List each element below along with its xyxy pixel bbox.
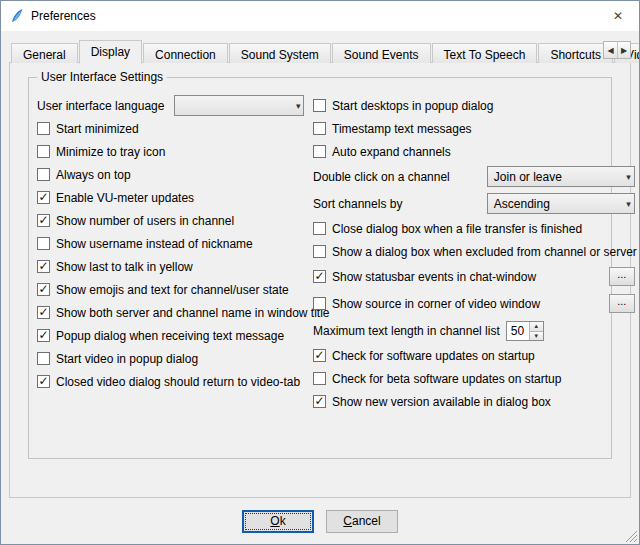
checkbox-label: Auto expand channels bbox=[332, 145, 451, 159]
timestamp-row: Timestamp text messages bbox=[313, 117, 637, 140]
checkbox-label: Show last to talk in yellow bbox=[56, 260, 193, 274]
beta-updates-row: Check for beta software updates on start… bbox=[313, 367, 637, 390]
max-text-length-row: Maximum text length in channel list 50 ▲… bbox=[313, 317, 637, 344]
tab-general[interactable]: General bbox=[11, 43, 78, 63]
vu-meter-row: ✓ Enable VU-meter updates bbox=[37, 186, 307, 209]
tab-scroll-left-icon[interactable]: ◀ bbox=[604, 42, 617, 58]
spin-up-icon[interactable]: ▲ bbox=[530, 322, 543, 331]
checkbox-label: Show number of users in channel bbox=[56, 214, 234, 228]
beta-updates-checkbox[interactable] bbox=[313, 372, 326, 385]
emoji-row: ✓ Show emojis and text for channel/user … bbox=[37, 278, 307, 301]
last-talk-row: ✓ Show last to talk in yellow bbox=[37, 255, 307, 278]
video-popup-checkbox[interactable] bbox=[37, 352, 50, 365]
left-column: User interface language ▾ Start minimize… bbox=[37, 94, 307, 413]
last-talk-checkbox[interactable]: ✓ bbox=[37, 260, 50, 273]
excluded-dialog-checkbox[interactable] bbox=[313, 245, 326, 258]
excluded-dialog-row: Show a dialog box when excluded from cha… bbox=[313, 240, 637, 263]
statusbar-events-more-button[interactable]: ... bbox=[609, 267, 635, 286]
desktops-popup-checkbox[interactable] bbox=[313, 99, 326, 112]
new-version-checkbox[interactable]: ✓ bbox=[313, 395, 326, 408]
window-title-checkbox[interactable]: ✓ bbox=[37, 306, 50, 319]
titlebar[interactable]: Preferences ✕ bbox=[1, 1, 639, 31]
checkbox-label: Start desktops in popup dialog bbox=[332, 99, 493, 113]
username-checkbox[interactable] bbox=[37, 237, 50, 250]
checkbox-label: Show statusbar events in chat-window bbox=[332, 270, 536, 284]
checkbox-label: Show source in corner of video window bbox=[332, 297, 540, 311]
tab-scroll-control[interactable]: ◀ ▶ bbox=[603, 41, 631, 59]
chevron-down-icon: ▾ bbox=[626, 199, 631, 209]
tab-connection[interactable]: Connection bbox=[143, 43, 228, 63]
sort-channels-label: Sort channels by bbox=[313, 197, 402, 211]
minimize-tray-checkbox[interactable] bbox=[37, 145, 50, 158]
start-minimized-row: Start minimized bbox=[37, 117, 307, 140]
sort-channels-value: Ascending bbox=[494, 197, 550, 211]
checkbox-label: Check for software updates on startup bbox=[332, 349, 535, 363]
button-row: Ok Cancel bbox=[9, 498, 631, 544]
updates-row: ✓ Check for software updates on startup bbox=[313, 344, 637, 367]
checkbox-label: Enable VU-meter updates bbox=[56, 191, 194, 205]
max-text-length-value: 50 bbox=[507, 322, 529, 340]
video-popup-row: Start video in popup dialog bbox=[37, 347, 307, 370]
updates-checkbox[interactable]: ✓ bbox=[313, 349, 326, 362]
checkbox-label: Show emojis and text for channel/user st… bbox=[56, 283, 289, 297]
tab-shortcuts[interactable]: Shortcuts bbox=[538, 43, 613, 63]
popup-text-row: ✓ Popup dialog when receiving text messa… bbox=[37, 324, 307, 347]
tab-scroll-right-icon[interactable]: ▶ bbox=[617, 42, 630, 58]
ui-settings-group: User Interface Settings User interface l… bbox=[28, 77, 612, 459]
preferences-dialog: Preferences ✕ General Display Connection… bbox=[0, 0, 640, 545]
checkbox-label: Popup dialog when receiving text message bbox=[56, 329, 284, 343]
tab-display[interactable]: Display bbox=[79, 40, 142, 64]
ok-button[interactable]: Ok bbox=[242, 510, 314, 533]
file-transfer-checkbox[interactable] bbox=[313, 222, 326, 235]
language-label: User interface language bbox=[37, 99, 164, 113]
video-source-more-button[interactable]: ... bbox=[609, 294, 635, 313]
cancel-button[interactable]: Cancel bbox=[326, 510, 398, 533]
checkbox-label: Start video in popup dialog bbox=[56, 352, 198, 366]
checkbox-label: Minimize to tray icon bbox=[56, 145, 165, 159]
language-row: User interface language ▾ bbox=[37, 94, 307, 117]
double-click-select[interactable]: Join or leave ▾ bbox=[487, 166, 635, 187]
vu-meter-checkbox[interactable]: ✓ bbox=[37, 191, 50, 204]
max-text-length-stepper[interactable]: 50 ▲ ▼ bbox=[506, 321, 544, 341]
desktops-popup-row: Start desktops in popup dialog bbox=[313, 94, 637, 117]
window-title: Preferences bbox=[31, 9, 96, 23]
always-on-top-row: Always on top bbox=[37, 163, 307, 186]
sort-channels-select[interactable]: Ascending ▾ bbox=[487, 193, 635, 214]
right-column: Start desktops in popup dialog Timestamp… bbox=[307, 94, 637, 413]
emoji-checkbox[interactable]: ✓ bbox=[37, 283, 50, 296]
auto-expand-checkbox[interactable] bbox=[313, 145, 326, 158]
chevron-down-icon: ▾ bbox=[626, 172, 631, 182]
user-count-checkbox[interactable]: ✓ bbox=[37, 214, 50, 227]
close-icon[interactable]: ✕ bbox=[597, 1, 639, 31]
checkbox-label: Show new version available in dialog box bbox=[332, 395, 551, 409]
username-row: Show username instead of nickname bbox=[37, 232, 307, 255]
start-minimized-checkbox[interactable] bbox=[37, 122, 50, 135]
dialog-body: General Display Connection Sound System … bbox=[1, 31, 639, 544]
sort-channels-row: Sort channels by Ascending ▾ bbox=[313, 190, 637, 217]
video-source-checkbox[interactable] bbox=[313, 297, 326, 310]
checkbox-label: Timestamp text messages bbox=[332, 122, 472, 136]
double-click-row: Double click on a channel Join or leave … bbox=[313, 163, 637, 190]
popup-text-checkbox[interactable]: ✓ bbox=[37, 329, 50, 342]
new-version-row: ✓ Show new version available in dialog b… bbox=[313, 390, 637, 413]
video-source-row: Show source in corner of video window ..… bbox=[313, 290, 637, 317]
video-return-row: ✓ Closed video dialog should return to v… bbox=[37, 370, 307, 393]
timestamp-checkbox[interactable] bbox=[313, 122, 326, 135]
language-select[interactable]: ▾ bbox=[174, 95, 304, 116]
always-on-top-checkbox[interactable] bbox=[37, 168, 50, 181]
max-text-length-label: Maximum text length in channel list bbox=[313, 324, 500, 338]
window-title-row: ✓ Show both server and channel name in w… bbox=[37, 301, 307, 324]
video-return-checkbox[interactable]: ✓ bbox=[37, 375, 50, 388]
settings-columns: User interface language ▾ Start minimize… bbox=[37, 94, 605, 413]
user-count-row: ✓ Show number of users in channel bbox=[37, 209, 307, 232]
checkbox-label: Close dialog box when a file transfer is… bbox=[332, 222, 582, 236]
resize-grip[interactable] bbox=[625, 530, 638, 543]
statusbar-events-checkbox[interactable]: ✓ bbox=[313, 270, 326, 283]
file-transfer-row: Close dialog box when a file transfer is… bbox=[313, 217, 637, 240]
tab-sound-events[interactable]: Sound Events bbox=[332, 43, 431, 63]
spin-down-icon[interactable]: ▼ bbox=[530, 331, 543, 340]
double-click-value: Join or leave bbox=[494, 170, 562, 184]
tab-sound-system[interactable]: Sound System bbox=[229, 43, 331, 63]
tab-text-to-speech[interactable]: Text To Speech bbox=[432, 43, 538, 63]
checkbox-label: Always on top bbox=[56, 168, 131, 182]
